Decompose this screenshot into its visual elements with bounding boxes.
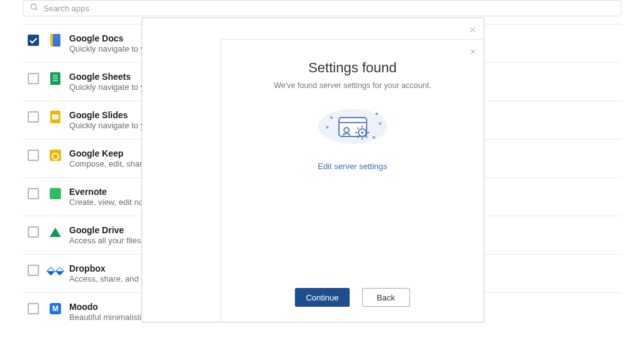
drive-icon [49,225,62,239]
app-checkbox[interactable] [28,35,39,46]
modal-outer: Settings found We've found server settin… [142,18,484,323]
modal-button-row: Continue Back [234,288,471,311]
search-container [23,0,621,16]
keep-icon [49,148,62,162]
modal-subtitle: We've found server settings for your acc… [234,81,471,90]
svg-point-0 [31,4,36,9]
continue-button[interactable]: Continue [295,288,349,307]
modal-title: Settings found [234,60,471,76]
close-icon[interactable] [469,25,476,36]
back-button[interactable]: Back [362,288,410,307]
app-checkbox[interactable] [28,150,39,161]
app-checkbox[interactable] [28,188,39,199]
app-checkbox[interactable] [28,73,39,84]
dropbox-icon: ⬙⬙ [49,263,62,277]
svg-line-1 [36,9,38,11]
app-checkbox[interactable] [28,265,39,276]
docs-icon [49,33,62,47]
slides-icon [49,110,62,124]
modal-inner: Settings found We've found server settin… [221,39,484,322]
search-input[interactable] [43,4,614,13]
moodo-icon: M [49,302,62,316]
svg-point-11 [361,131,364,134]
evernote-icon [49,187,62,201]
settings-illustration [234,100,471,150]
search-icon [30,3,38,14]
edit-server-settings-link[interactable]: Edit server settings [234,162,471,171]
sheets-icon [49,72,62,86]
app-checkbox[interactable] [28,226,39,238]
close-icon[interactable] [470,46,476,57]
search-bar[interactable] [23,0,621,16]
app-checkbox[interactable] [28,111,39,123]
app-checkbox[interactable] [28,303,39,314]
